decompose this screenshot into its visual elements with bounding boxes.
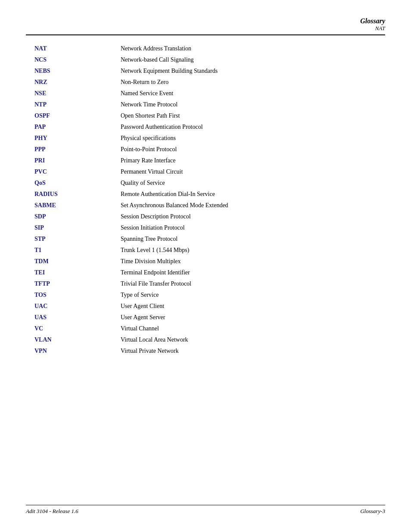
glossary-row: UACUser Agent Client: [26, 301, 385, 312]
glossary-definition: Named Service Event: [121, 88, 385, 99]
glossary-abbr: NEBS: [26, 65, 121, 77]
glossary-definition: Point-to-Point Protocol: [121, 144, 385, 155]
glossary-abbr: TEI: [26, 267, 121, 278]
glossary-abbr: UAC: [26, 301, 121, 312]
glossary-row: RADIUSRemote Authentication Dial-In Serv…: [26, 189, 385, 200]
glossary-definition: Quality of Service: [121, 177, 385, 189]
glossary-row: OSPFOpen Shortest Path First: [26, 110, 385, 121]
glossary-row: PAPPassword Authentication Protocol: [26, 121, 385, 133]
glossary-abbr: STP: [26, 233, 121, 245]
glossary-definition: Type of Service: [121, 289, 385, 301]
glossary-row: STPSpanning Tree Protocol: [26, 233, 385, 245]
header-text-block: Glossary NAT: [360, 17, 385, 32]
glossary-row: SABMESet Asynchronous Balanced Mode Exte…: [26, 200, 385, 211]
glossary-row: TEITerminal Endpoint Identifier: [26, 267, 385, 278]
glossary-abbr: SIP: [26, 222, 121, 233]
glossary-definition: Primary Rate Interface: [121, 155, 385, 166]
glossary-abbr: PRI: [26, 155, 121, 166]
glossary-definition: Session Initiation Protocol: [121, 222, 385, 233]
glossary-abbr: RADIUS: [26, 189, 121, 200]
glossary-definition: Virtual Private Network: [121, 345, 385, 357]
header-title: Glossary: [360, 17, 385, 25]
glossary-row: NSENamed Service Event: [26, 88, 385, 99]
glossary-row: VPNVirtual Private Network: [26, 345, 385, 357]
glossary-abbr: UAS: [26, 312, 121, 323]
glossary-row: UASUser Agent Server: [26, 312, 385, 323]
glossary-row: NTPNetwork Time Protocol: [26, 99, 385, 110]
glossary-row: SIPSession Initiation Protocol: [26, 222, 385, 233]
glossary-definition: Set Asynchronous Balanced Mode Extended: [121, 200, 385, 211]
page-footer: Adit 3104 - Release 1.6 Glossary-3: [26, 505, 385, 515]
glossary-abbr: OSPF: [26, 110, 121, 121]
glossary-definition: Trivial File Transfer Protocol: [121, 278, 385, 289]
glossary-abbr: PHY: [26, 133, 121, 144]
glossary-abbr: TOS: [26, 289, 121, 301]
glossary-row: VCVirtual Channel: [26, 323, 385, 334]
glossary-abbr: VC: [26, 323, 121, 334]
glossary-definition: Network-based Call Signaling: [121, 54, 385, 65]
glossary-row: PVCPermanent Virtual Circuit: [26, 166, 385, 177]
glossary-definition: Physical specifications: [121, 133, 385, 144]
glossary-definition: Permanent Virtual Circuit: [121, 166, 385, 177]
glossary-row: SDPSession Description Protocol: [26, 211, 385, 222]
glossary-definition: Trunk Level 1 (1.544 Mbps): [121, 245, 385, 256]
glossary-row: PPPPoint-to-Point Protocol: [26, 144, 385, 155]
glossary-definition: Network Equipment Building Standards: [121, 65, 385, 77]
glossary-table: NATNetwork Address TranslationNCSNetwork…: [26, 43, 385, 357]
footer-left: Adit 3104 - Release 1.6: [26, 508, 78, 515]
glossary-definition: Virtual Channel: [121, 323, 385, 334]
glossary-abbr: NRZ: [26, 77, 121, 88]
glossary-row: VLANVirtual Local Area Network: [26, 334, 385, 345]
glossary-abbr: PAP: [26, 121, 121, 133]
glossary-abbr: SDP: [26, 211, 121, 222]
glossary-definition: User Agent Server: [121, 312, 385, 323]
header-rule: [26, 34, 385, 35]
page-header: Glossary NAT: [26, 17, 385, 32]
glossary-row: TOSType of Service: [26, 289, 385, 301]
glossary-abbr: PPP: [26, 144, 121, 155]
glossary-row: PRIPrimary Rate Interface: [26, 155, 385, 166]
glossary-definition: Network Address Translation: [121, 43, 385, 54]
glossary-definition: Non-Return to Zero: [121, 77, 385, 88]
glossary-abbr: VLAN: [26, 334, 121, 345]
glossary-definition: Time Division Multiplex: [121, 256, 385, 267]
glossary-abbr: NCS: [26, 54, 121, 65]
glossary-abbr: VPN: [26, 345, 121, 357]
glossary-row: TDMTime Division Multiplex: [26, 256, 385, 267]
glossary-definition: Password Authentication Protocol: [121, 121, 385, 133]
glossary-row: T1Trunk Level 1 (1.544 Mbps): [26, 245, 385, 256]
glossary-abbr: PVC: [26, 166, 121, 177]
glossary-row: PHYPhysical specifications: [26, 133, 385, 144]
glossary-row: TFTPTrivial File Transfer Protocol: [26, 278, 385, 289]
page: Glossary NAT NATNetwork Address Translat…: [0, 0, 411, 532]
glossary-row: NRZNon-Return to Zero: [26, 77, 385, 88]
glossary-definition: Remote Authentication Dial-In Service: [121, 189, 385, 200]
glossary-definition: Virtual Local Area Network: [121, 334, 385, 345]
glossary-abbr: QoS: [26, 177, 121, 189]
glossary-definition: Session Description Protocol: [121, 211, 385, 222]
glossary-abbr: TFTP: [26, 278, 121, 289]
glossary-abbr: NAT: [26, 43, 121, 54]
glossary-definition: Open Shortest Path First: [121, 110, 385, 121]
glossary-row: NCSNetwork-based Call Signaling: [26, 54, 385, 65]
glossary-abbr: T1: [26, 245, 121, 256]
glossary-definition: User Agent Client: [121, 301, 385, 312]
glossary-abbr: NSE: [26, 88, 121, 99]
glossary-row: QoSQuality of Service: [26, 177, 385, 189]
glossary-abbr: TDM: [26, 256, 121, 267]
glossary-abbr: NTP: [26, 99, 121, 110]
header-subtitle: NAT: [360, 25, 385, 32]
glossary-definition: Terminal Endpoint Identifier: [121, 267, 385, 278]
glossary-abbr: SABME: [26, 200, 121, 211]
footer-right: Glossary-3: [360, 508, 385, 515]
glossary-definition: Network Time Protocol: [121, 99, 385, 110]
glossary-row: NEBSNetwork Equipment Building Standards: [26, 65, 385, 77]
glossary-definition: Spanning Tree Protocol: [121, 233, 385, 245]
glossary-row: NATNetwork Address Translation: [26, 43, 385, 54]
